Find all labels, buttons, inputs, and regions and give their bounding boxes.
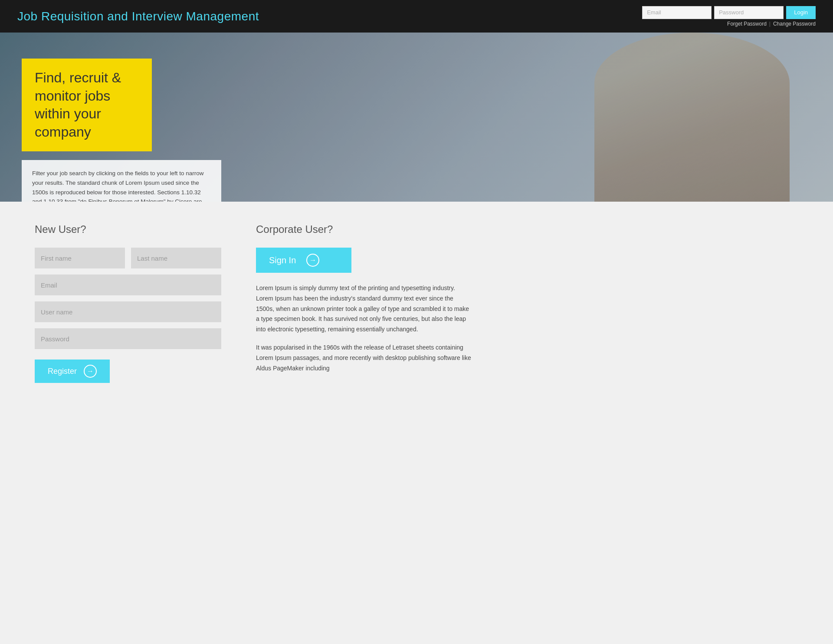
username-row (35, 301, 221, 322)
register-button[interactable]: Register → (35, 360, 110, 383)
sign-in-arrow-icon: → (306, 254, 319, 267)
hero-tagline: Find, recruit & monitor jobs within your… (35, 69, 139, 141)
corporate-paragraph-2: It was popularised in the 1960s with the… (256, 343, 473, 373)
header-links: Forget Password | Change Password (727, 21, 816, 27)
new-user-section: New User? Register → (35, 223, 221, 383)
sign-in-button[interactable]: Sign In → (256, 248, 351, 273)
email-row (35, 275, 221, 295)
forget-password-link[interactable]: Forget Password (727, 21, 767, 27)
last-name-input[interactable] (131, 248, 221, 268)
name-row (35, 248, 221, 268)
corporate-title: Corporate User? (256, 223, 473, 235)
hero-yellow-box: Find, recruit & monitor jobs within your… (22, 59, 152, 151)
register-email-input[interactable] (35, 275, 221, 295)
hero-description-text: Filter your job search by clicking on th… (32, 169, 211, 202)
corporate-section: Corporate User? Sign In → Lorem Ipsum is… (256, 223, 473, 383)
hero-content: Find, recruit & monitor jobs within your… (0, 33, 833, 202)
sign-in-label: Sign In (269, 255, 296, 265)
hero-section: Find, recruit & monitor jobs within your… (0, 33, 833, 202)
change-password-link[interactable]: Change Password (773, 21, 816, 27)
main-content: New User? Register → Corporate User? Sig… (0, 202, 833, 409)
hero-description: Filter your job search by clicking on th… (22, 160, 221, 202)
auth-section: Login Forget Password | Change Password (642, 6, 816, 27)
auth-row: Login (642, 6, 816, 19)
corporate-paragraph-1: Lorem Ipsum is simply dummy text of the … (256, 283, 473, 335)
password-row (35, 328, 221, 349)
header: Job Requisition and Interview Management… (0, 0, 833, 33)
app-title: Job Requisition and Interview Management (17, 10, 259, 23)
register-label: Register (48, 367, 77, 376)
register-password-input[interactable] (35, 328, 221, 349)
password-input[interactable] (714, 6, 784, 19)
register-arrow-icon: → (84, 365, 97, 378)
username-input[interactable] (35, 301, 221, 322)
first-name-input[interactable] (35, 248, 125, 268)
link-divider: | (769, 21, 771, 27)
login-button[interactable]: Login (786, 6, 816, 19)
email-input[interactable] (642, 6, 712, 19)
new-user-title: New User? (35, 223, 221, 235)
